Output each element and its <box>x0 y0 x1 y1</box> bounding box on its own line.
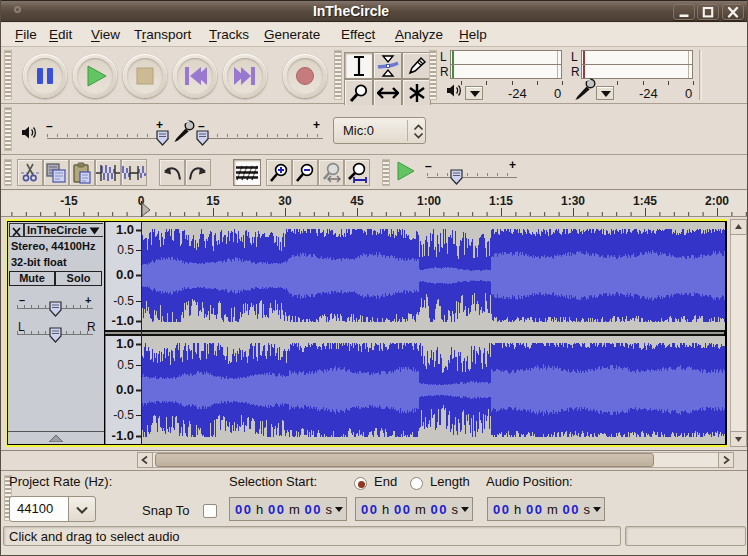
svg-text:45: 45 <box>350 194 364 208</box>
svg-text:1:15: 1:15 <box>489 194 513 208</box>
svg-text:-0.5: -0.5 <box>113 294 134 308</box>
svg-text:-0.5: -0.5 <box>113 408 134 422</box>
svg-text:0.0: 0.0 <box>116 267 134 282</box>
svg-text:15: 15 <box>206 194 220 208</box>
svg-text:1.0: 1.0 <box>116 336 134 351</box>
svg-text:1.0: 1.0 <box>116 222 134 237</box>
svg-text:30: 30 <box>278 194 292 208</box>
svg-text:0.0: 0.0 <box>116 382 134 397</box>
svg-text:1:45: 1:45 <box>633 194 657 208</box>
svg-text:-1.0: -1.0 <box>112 428 134 443</box>
svg-text:-1.0: -1.0 <box>112 313 134 328</box>
svg-text:1:30: 1:30 <box>561 194 585 208</box>
svg-text:-15: -15 <box>60 194 78 208</box>
svg-text:0.5: 0.5 <box>117 358 134 372</box>
svg-text:2:00: 2:00 <box>705 194 729 208</box>
svg-text:0.5: 0.5 <box>117 243 134 257</box>
svg-text:1:00: 1:00 <box>417 194 441 208</box>
